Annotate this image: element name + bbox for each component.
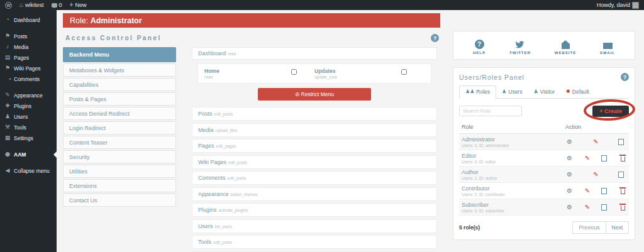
sidebar-item-settings[interactable]: ▦ Settings [0, 133, 57, 143]
sidebar-item-posts[interactable]: ⚑ Posts [0, 31, 57, 41]
sidebar-item-collapse-menu[interactable]: ◀ Collapse menu [0, 165, 57, 176]
tab-login-redirect[interactable]: Login Redirect [63, 121, 176, 134]
menu-group-capability: read [228, 52, 236, 56]
manage-role-icon[interactable]: ⚙ [567, 155, 572, 162]
sidebar-item-dashboard[interactable]: ◔ Dashboard [0, 14, 57, 25]
tab-visitor[interactable]: ♟ Visitor [528, 85, 560, 98]
edit-role-icon[interactable]: ✎ [593, 172, 598, 178]
menu-group-media[interactable]: Mediaupload_files [192, 123, 437, 137]
menu-group-pages[interactable]: Pagesedit_pages [192, 139, 437, 153]
pushpin-icon: ⚑ [4, 33, 11, 39]
tab-extensions[interactable]: Extensions [63, 179, 176, 192]
next-page-button[interactable]: Next [606, 221, 629, 234]
sidebar-item-aam[interactable]: ◉ AAM [0, 149, 57, 160]
clone-role-icon[interactable] [619, 139, 624, 144]
sidebar-item-pages[interactable]: ▤ Pages [0, 52, 57, 63]
manage-role-icon[interactable]: ⚙ [567, 172, 572, 178]
menu-group-wiki-pages[interactable]: Wiki Pagesedit_posts [192, 155, 437, 169]
menu-group-users[interactable]: Userslist_users [192, 219, 437, 233]
new-content-menu[interactable]: + New [70, 2, 87, 8]
restrict-menu-button[interactable]: ⊘ Restrict Menu [258, 88, 371, 101]
admin-sidebar: ◔ Dashboard ⚑ Posts ♪ Media ▤ Pages ⚑ Wi… [0, 10, 57, 252]
sidebar-item-label: Pages [14, 55, 29, 61]
delete-role-icon[interactable] [621, 156, 625, 162]
help-icon[interactable]: ? [431, 34, 439, 42]
help-link[interactable]: ? HELP [473, 40, 486, 55]
previous-page-button[interactable]: Previous [572, 221, 606, 234]
tab-default[interactable]: ✱ Default [560, 85, 595, 98]
tab-contact-us[interactable]: Contact Us [63, 194, 176, 207]
restrict-updates-checkbox[interactable] [401, 69, 407, 75]
role-row-author: Author Users: 1; ID: author ⚙ ✎ [459, 167, 629, 183]
wordpress-logo-menu[interactable]: W [5, 2, 12, 9]
menu-group-appearance[interactable]: Appearanceswitch_themes [192, 187, 437, 201]
delete-role-icon[interactable] [621, 189, 625, 194]
tab-utilities[interactable]: Utilities [63, 165, 176, 178]
menu-group-posts[interactable]: Postsedit_posts [192, 107, 437, 121]
clone-role-icon[interactable] [602, 155, 607, 160]
sidebar-item-label: Users [14, 114, 28, 120]
support-links-panel: ? HELP TWITTER WEBSITE EMAIL [453, 31, 635, 60]
comments-shortcut[interactable]: 0 [52, 2, 62, 8]
sidebar-item-label: Settings [14, 135, 33, 141]
menu-group-dashboard[interactable]: Dashboardread [192, 47, 437, 60]
clone-role-icon[interactable] [602, 204, 607, 209]
sidebar-item-label: Wiki Pages [14, 65, 41, 72]
email-link[interactable]: EMAIL [600, 43, 615, 55]
sidebar-item-label: Appearance [14, 92, 43, 99]
edit-role-icon[interactable]: ✎ [585, 155, 590, 162]
comment-bubble-icon [52, 3, 57, 8]
sidebar-item-tools[interactable]: ⚒ Tools [0, 122, 57, 133]
help-icon[interactable]: ? [621, 73, 629, 81]
website-link[interactable]: WEBSITE [555, 40, 576, 55]
menu-group-plugins[interactable]: Pluginsactivate_plugins [192, 203, 437, 217]
tab-access-denied-redirect[interactable]: Access Denied Redirect [63, 107, 176, 120]
create-role-button[interactable]: + Create [592, 106, 629, 117]
manage-role-icon[interactable]: ⚙ [567, 204, 572, 211]
sidebar-item-comments[interactable]: Comments [0, 74, 57, 84]
edit-role-icon[interactable]: ✎ [585, 188, 590, 194]
search-role-input[interactable] [459, 106, 522, 116]
tab-metaboxes-widgets[interactable]: Metaboxes & Widgets [63, 63, 176, 77]
subject-tabs: ♟♟ Roles ♟ Users ♟ Visitor ✱ Default [459, 85, 629, 99]
menu-group-comments[interactable]: Commentsedit_posts [192, 171, 437, 185]
sidebar-item-users[interactable]: ♟ Users [0, 111, 57, 122]
main-content: Role: Administrator Access Control Panel… [57, 10, 644, 252]
delete-role-icon[interactable] [621, 205, 625, 211]
tab-users[interactable]: ♟ Users [496, 85, 528, 98]
tab-roles[interactable]: ♟♟ Roles [459, 85, 496, 99]
twitter-link[interactable]: TWITTER [509, 41, 531, 55]
sidebar-item-label: Dashboard [14, 17, 40, 23]
envelope-icon [603, 43, 613, 49]
tab-backend-menu[interactable]: Backend Menu [63, 47, 176, 62]
page-title: Role: Administrator [63, 13, 440, 28]
menu-group-tools[interactable]: Toolsedit_posts [192, 235, 437, 249]
clone-role-icon[interactable] [602, 188, 607, 193]
sidebar-item-appearance[interactable]: ✎ Appearance [0, 90, 57, 101]
sidebar-item-plugins[interactable]: ❖ Plugins [0, 101, 57, 111]
restrict-home-checkbox[interactable] [291, 69, 297, 75]
tab-posts-pages[interactable]: Posts & Pages [63, 92, 176, 106]
clone-role-icon[interactable] [619, 172, 624, 177]
asterisk-icon: ✱ [566, 89, 570, 94]
new-label: New [75, 2, 86, 8]
section-title: Access Control Panel [65, 35, 162, 41]
edit-role-icon[interactable]: ✎ [585, 204, 590, 211]
tools-icon: ⚒ [4, 124, 11, 130]
manage-role-icon[interactable]: ⚙ [567, 139, 572, 145]
site-link[interactable]: ⌂ wikitest [19, 2, 44, 8]
role-row-editor: Editor Users: 0; ID: editor ⚙ ✎ [459, 150, 629, 167]
edit-role-icon[interactable]: ✎ [593, 139, 598, 145]
account-menu[interactable]: Howdy, david [597, 2, 639, 9]
plugin-icon: ❖ [4, 103, 11, 109]
tab-content-teaser[interactable]: Content Teaser [63, 136, 176, 149]
sidebar-item-media[interactable]: ♪ Media [0, 41, 57, 52]
media-icon: ♪ [4, 44, 11, 50]
role-row-administrator: Administrator Users: 1; ID: administrato… [459, 134, 629, 150]
sidebar-item-wiki-pages[interactable]: ⚑ Wiki Pages [0, 63, 57, 74]
manage-role-icon[interactable]: ⚙ [567, 188, 572, 194]
tab-security[interactable]: Security [63, 150, 176, 163]
house-icon [562, 44, 570, 49]
submenu-home: Home read [204, 68, 219, 79]
tab-capabilities[interactable]: Capabilities [63, 78, 176, 91]
